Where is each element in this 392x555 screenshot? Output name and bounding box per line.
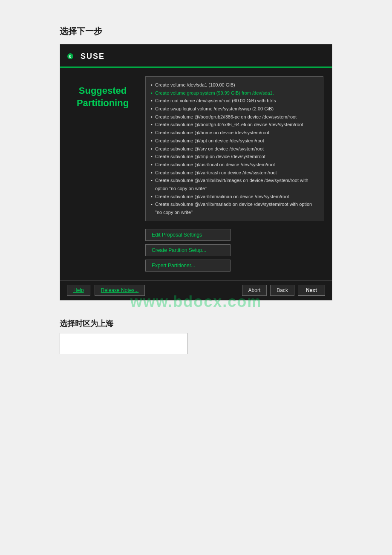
svg-text:S: S [69,55,71,59]
section1-title: 选择下一步 [60,26,332,37]
suse-logo: S SUSE [67,50,325,62]
list-item: Create subvolume @/var/lib/mailman on de… [151,193,318,201]
list-item: Create volume group system (99.99 GiB) f… [151,89,318,97]
list-item: Create swap logical volume /dev/system/s… [151,105,318,113]
list-item: Create subvolume @/boot/grub2/i386-pc on… [151,113,318,121]
list-item: Create subvolume @/home on device /dev/s… [151,129,318,137]
suse-logo-icon: S [67,50,79,62]
list-item: Create subvolume @/var/lib/mariadb on de… [151,200,318,216]
suggested-partitioning-label: Suggested Partitioning [77,85,129,109]
list-item: Create subvolume @/usr/local on device /… [151,161,318,169]
watermark: www.bdocx.com [60,293,332,311]
edit-proposal-button[interactable]: Edit Proposal Settings [145,229,231,241]
list-item: Create volume /dev/sda1 (100.00 GiB) [151,81,318,89]
button-group: Edit Proposal Settings Create Partition … [145,229,323,272]
installer-header: S SUSE [60,44,332,68]
section2-title: 选择时区为上海 [60,318,332,329]
list-item: Create subvolume @/var/crash on device /… [151,169,318,177]
list-item: Create subvolume @/var/lib/libvirt/image… [151,176,318,192]
installer-window: S SUSE Suggested Partitioning Create vol… [60,44,332,301]
expert-partitioner-button[interactable]: Expert Partitioner... [145,260,231,272]
right-panel: Create volume /dev/sda1 (100.00 GiB) Cre… [145,76,323,272]
list-item: Create subvolume @/srv on device /dev/sy… [151,145,318,153]
suse-logo-text: SUSE [81,52,105,61]
list-item: Create subvolume @/opt on device /dev/sy… [151,137,318,145]
installer-content: Suggested Partitioning Create volume /de… [60,68,332,280]
partition-list: Create volume /dev/sda1 (100.00 GiB) Cre… [145,76,323,221]
list-item: Create subvolume @/tmp on device /dev/sy… [151,153,318,161]
list-item: Create subvolume @/boot/grub2/x86_64-efi… [151,121,318,129]
create-partition-button[interactable]: Create Partition Setup... [145,244,231,256]
list-item: Create root volume /dev/system/root (60.… [151,97,318,105]
timezone-box[interactable] [60,333,187,354]
left-panel: Suggested Partitioning [69,76,137,272]
